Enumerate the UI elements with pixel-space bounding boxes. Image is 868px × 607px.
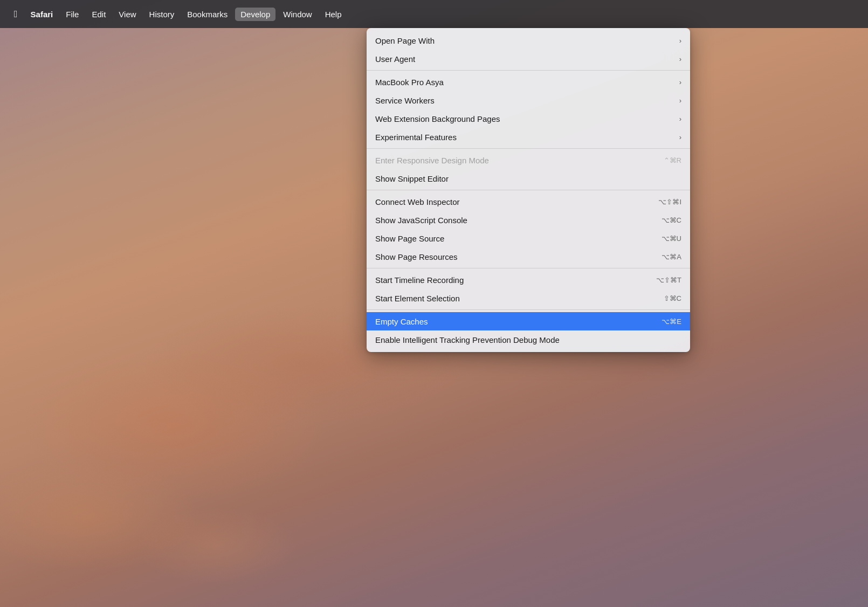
menu-item-service-workers-label: Service Workers xyxy=(375,96,675,105)
separator-1 xyxy=(367,70,690,71)
menu-item-connect-web-inspector-shortcut: ⌥⇧⌘I xyxy=(658,198,681,206)
menu-item-start-element-selection[interactable]: Start Element Selection ⇧⌘C xyxy=(367,289,690,307)
menubar-develop[interactable]: Develop xyxy=(235,8,275,21)
menubar-view[interactable]: View xyxy=(113,8,141,21)
menu-item-show-page-source-label: Show Page Source xyxy=(375,234,651,243)
menu-item-open-page-with[interactable]: Open Page With › xyxy=(367,31,690,50)
apple-menu-icon[interactable]:  xyxy=(9,6,23,22)
menubar-file[interactable]: File xyxy=(60,8,84,21)
menubar-history[interactable]: History xyxy=(144,8,180,21)
menu-item-show-page-resources-label: Show Page Resources xyxy=(375,252,651,261)
menubar-help[interactable]: Help xyxy=(320,8,347,21)
menubar-window[interactable]: Window xyxy=(278,8,317,21)
menubar:  Safari File Edit View History Bookmark… xyxy=(0,0,868,28)
menu-item-show-page-source[interactable]: Show Page Source ⌥⌘U xyxy=(367,229,690,247)
menu-item-experimental-features-label: Experimental Features xyxy=(375,133,675,142)
separator-5 xyxy=(367,309,690,310)
menu-item-user-agent-label: User Agent xyxy=(375,54,675,64)
menu-item-enter-responsive-design-mode-shortcut: ⌃⌘R xyxy=(664,156,681,164)
menu-item-enter-responsive-design-mode-label: Enter Responsive Design Mode xyxy=(375,156,653,165)
separator-2 xyxy=(367,148,690,149)
separator-4 xyxy=(367,268,690,268)
menu-item-user-agent[interactable]: User Agent › xyxy=(367,50,690,68)
menu-item-connect-web-inspector-label: Connect Web Inspector xyxy=(375,197,647,206)
menubar-bookmarks[interactable]: Bookmarks xyxy=(182,8,233,21)
menu-item-macbook-pro-asya-label: MacBook Pro Asya xyxy=(375,78,675,87)
menu-item-open-page-with-label: Open Page With xyxy=(375,36,675,45)
menu-item-web-extension-background-pages[interactable]: Web Extension Background Pages › xyxy=(367,109,690,128)
menu-item-show-page-resources-shortcut: ⌥⌘A xyxy=(662,253,681,261)
menu-item-start-timeline-recording[interactable]: Start Timeline Recording ⌥⇧⌘T xyxy=(367,271,690,289)
menu-item-show-javascript-console[interactable]: Show JavaScript Console ⌥⌘C xyxy=(367,211,690,229)
menubar-edit[interactable]: Edit xyxy=(86,8,111,21)
menu-item-start-element-selection-shortcut: ⇧⌘C xyxy=(664,294,681,302)
menu-item-show-page-source-shortcut: ⌥⌘U xyxy=(662,234,681,243)
separator-3 xyxy=(367,190,690,190)
menu-item-web-extension-background-pages-label: Web Extension Background Pages xyxy=(375,114,675,123)
submenu-chevron-experimental-features: › xyxy=(679,133,681,141)
menu-item-show-javascript-console-shortcut: ⌥⌘C xyxy=(662,216,681,224)
menu-item-service-workers[interactable]: Service Workers › xyxy=(367,91,690,109)
menu-item-connect-web-inspector[interactable]: Connect Web Inspector ⌥⇧⌘I xyxy=(367,192,690,211)
menu-item-empty-caches-shortcut: ⌥⌘E xyxy=(662,318,681,326)
menubar-safari[interactable]: Safari xyxy=(25,8,59,21)
menu-item-macbook-pro-asya[interactable]: MacBook Pro Asya › xyxy=(367,73,690,91)
menu-item-show-snippet-editor[interactable]: Show Snippet Editor xyxy=(367,169,690,188)
menu-item-start-timeline-recording-shortcut: ⌥⇧⌘T xyxy=(656,276,681,284)
menu-item-enter-responsive-design-mode[interactable]: Enter Responsive Design Mode ⌃⌘R xyxy=(367,151,690,169)
menu-item-show-snippet-editor-label: Show Snippet Editor xyxy=(375,174,681,183)
submenu-chevron-service-workers: › xyxy=(679,96,681,105)
menu-item-show-javascript-console-label: Show JavaScript Console xyxy=(375,216,651,225)
develop-dropdown-menu: Open Page With › User Agent › MacBook Pr… xyxy=(367,28,690,352)
submenu-chevron-web-extension-background-pages: › xyxy=(679,115,681,123)
menu-item-empty-caches-label: Empty Caches xyxy=(375,317,651,326)
submenu-chevron-user-agent: › xyxy=(679,55,681,63)
submenu-chevron-macbook-pro-asya: › xyxy=(679,78,681,86)
menu-item-start-timeline-recording-label: Start Timeline Recording xyxy=(375,275,645,285)
menu-item-experimental-features[interactable]: Experimental Features › xyxy=(367,128,690,146)
menu-item-enable-intelligent-tracking-prevention-debug-mode[interactable]: Enable Intelligent Tracking Prevention D… xyxy=(367,330,690,349)
menu-item-empty-caches[interactable]: Empty Caches ⌥⌘E xyxy=(367,312,690,330)
menu-item-show-page-resources[interactable]: Show Page Resources ⌥⌘A xyxy=(367,247,690,266)
menu-item-enable-intelligent-tracking-prevention-debug-mode-label: Enable Intelligent Tracking Prevention D… xyxy=(375,335,681,344)
submenu-chevron-open-page-with: › xyxy=(679,37,681,45)
menu-item-start-element-selection-label: Start Element Selection xyxy=(375,294,653,303)
